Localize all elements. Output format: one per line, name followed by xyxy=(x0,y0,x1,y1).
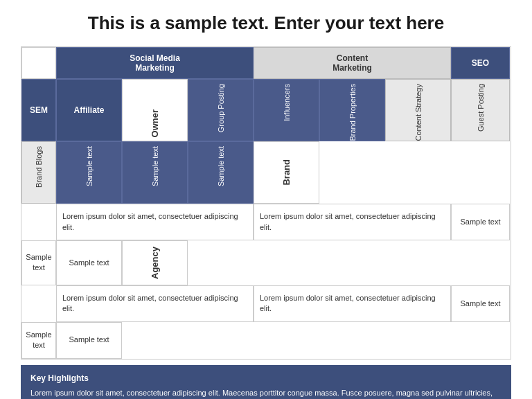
agency-content-cell: Lorem ipsum dolor sit amet, consectetuer… xyxy=(254,285,451,322)
brand-label-cell: Brand xyxy=(254,141,319,204)
header-content-marketing: Content Marketing xyxy=(254,47,451,79)
header-social-media: Social Media Marketing xyxy=(56,47,254,79)
agency-affiliate-cell: Sample text xyxy=(56,322,122,359)
agency-sem-cell: Sample text xyxy=(21,322,56,359)
subhdr-group-posting: Group Posting xyxy=(188,79,254,141)
header-affiliate: Affiliate xyxy=(56,79,122,141)
brand-social-cell: Lorem ipsum dolor sit amet, consectetuer… xyxy=(56,204,254,240)
subhdr-guest-posting: Guest Posting xyxy=(451,79,510,141)
brand-seo-cell: Sample text xyxy=(451,204,510,240)
key-highlights-title: Key Highlights xyxy=(30,372,502,384)
subhdr-brand-blogs: Brand Blogs xyxy=(21,141,56,204)
key-highlights-text: Lorem ipsum dolor sit amet, consectetuer… xyxy=(30,387,502,400)
owner-label: Owner xyxy=(150,109,160,137)
brand-sem-cell: Sample text xyxy=(21,240,56,285)
agency-label-cell: Agency xyxy=(122,240,188,285)
subhdr-content-strategy: Content Strategy xyxy=(385,79,451,141)
table-container: Social Media Marketing Content Marketing… xyxy=(21,46,511,359)
subhdr-influencers: Influencers xyxy=(254,79,319,141)
agency-seo-cell: Sample text xyxy=(451,285,510,322)
page-title: This is a sample text. Enter your text h… xyxy=(21,12,511,34)
agency-label: Agency xyxy=(150,247,160,279)
subhdr-brand-properties: Brand Properties xyxy=(319,79,385,141)
header-sem: SEM xyxy=(21,79,56,141)
subhdr-affiliate-sample: Sample text xyxy=(188,141,254,204)
header-empty-1 xyxy=(21,47,56,79)
brand-content-cell: Lorem ipsum dolor sit amet, consectetuer… xyxy=(254,204,451,240)
agency-social-cell: Lorem ipsum dolor sit amet, consectetuer… xyxy=(56,285,254,322)
key-highlights-section: Key Highlights Lorem ipsum dolor sit ame… xyxy=(21,365,511,400)
owner-label-cell: Owner xyxy=(122,79,188,141)
brand-label: Brand xyxy=(281,159,292,186)
subhdr-sem-sample: Sample text xyxy=(122,141,188,204)
main-table: Social Media Marketing Content Marketing… xyxy=(21,46,511,359)
header-seo: SEO xyxy=(451,47,510,79)
brand-affiliate-cell: Sample text xyxy=(56,240,122,285)
page-wrapper: This is a sample text. Enter your text h… xyxy=(0,0,532,399)
subhdr-seo-sample: Sample text xyxy=(56,141,122,204)
